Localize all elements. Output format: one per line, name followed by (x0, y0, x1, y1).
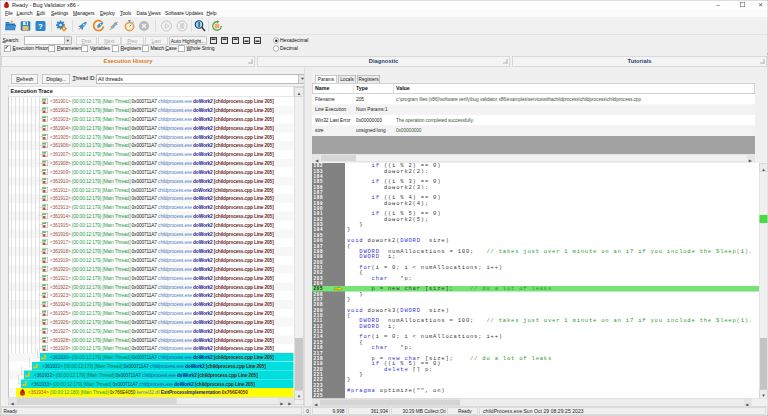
svg-text:?: ? (38, 22, 43, 31)
